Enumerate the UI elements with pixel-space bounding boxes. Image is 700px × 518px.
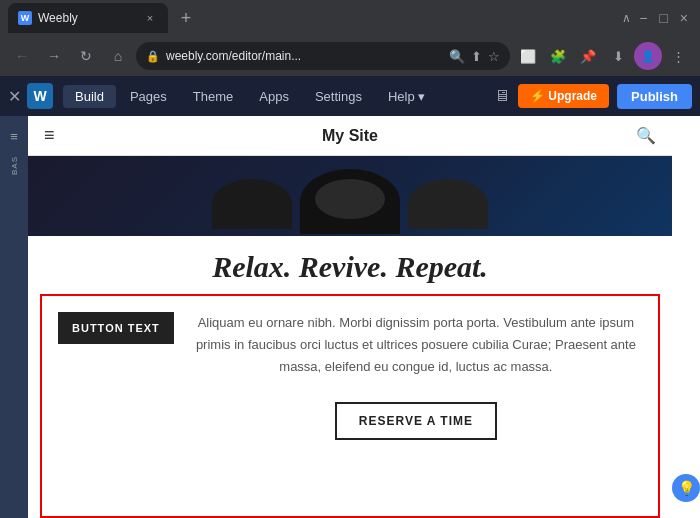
- content-block: BUTTON TEXT Aliquam eu ornare nibh. Morb…: [40, 294, 660, 518]
- home-button[interactable]: ⌂: [104, 42, 132, 70]
- editor-nav-apps[interactable]: Apps: [247, 85, 301, 108]
- new-tab-button[interactable]: +: [172, 4, 200, 32]
- reserve-a-time-button[interactable]: RESERVE A TIME: [335, 402, 497, 440]
- button-text-button[interactable]: BUTTON TEXT: [58, 312, 174, 344]
- publish-button[interactable]: Publish: [617, 84, 692, 109]
- editor-nav-build[interactable]: Build: [63, 85, 116, 108]
- forward-button[interactable]: →: [40, 42, 68, 70]
- close-window-button[interactable]: ×: [676, 10, 692, 26]
- tab-close-button[interactable]: ×: [142, 10, 158, 26]
- tab-bar: W Weebly × + ∧ − □ ×: [0, 0, 700, 36]
- upgrade-button[interactable]: ⚡ Upgrade: [518, 84, 609, 108]
- reserve-area: RESERVE A TIME: [190, 402, 642, 440]
- url-text: weebly.com/editor/main...: [166, 49, 301, 63]
- bowl-center: [300, 169, 400, 234]
- bookmark-icon[interactable]: ☆: [488, 49, 500, 64]
- editor-nav-theme[interactable]: Theme: [181, 85, 245, 108]
- extensions-button[interactable]: ⬜: [514, 42, 542, 70]
- chevron-up-icon: ∧: [622, 11, 631, 25]
- close-editor-icon[interactable]: ✕: [8, 87, 21, 106]
- hero-bowls: [212, 164, 488, 229]
- site-area: ≡ BAS ≡ My Site 🔍 Relax. Re: [0, 116, 700, 518]
- puzzle-icon[interactable]: 🧩: [544, 42, 572, 70]
- bowl-inner: [315, 179, 385, 219]
- device-preview-icon[interactable]: 🖥: [488, 87, 516, 105]
- hero-image: [28, 156, 672, 236]
- download-icon[interactable]: ⬇: [604, 42, 632, 70]
- profile-button[interactable]: 👤: [634, 42, 662, 70]
- left-sidebar: ≡ BAS: [0, 116, 28, 518]
- profile-icon: 👤: [641, 50, 655, 63]
- site-title: My Site: [322, 127, 378, 145]
- bowl-right: [408, 179, 488, 229]
- hamburger-menu-icon[interactable]: ≡: [44, 125, 55, 146]
- help-button[interactable]: 💡: [672, 474, 700, 502]
- site-topbar: ≡ My Site 🔍: [28, 116, 672, 156]
- right-sidebar: 💡: [672, 116, 700, 518]
- tab-favicon: W: [18, 11, 32, 25]
- editor-toolbar: ✕ W Build Pages Theme Apps Settings Help…: [0, 76, 700, 116]
- ssl-lock-icon: 🔒: [146, 50, 160, 63]
- active-tab[interactable]: W Weebly ×: [8, 3, 168, 33]
- editor-nav-settings[interactable]: Settings: [303, 85, 374, 108]
- site-content: ≡ My Site 🔍 Relax. Revive. Repeat. BUTTO…: [28, 116, 672, 518]
- share-icon[interactable]: ⬆: [471, 49, 482, 64]
- minimize-button[interactable]: −: [635, 10, 651, 26]
- nav-bar: ← → ↻ ⌂ 🔒 weebly.com/editor/main... 🔍 ⬆ …: [0, 36, 700, 76]
- site-search-icon[interactable]: 🔍: [636, 126, 656, 145]
- editor-nav-help[interactable]: Help ▾: [376, 85, 437, 108]
- sidebar-bas-label: BAS: [10, 156, 19, 175]
- browser-menu-button[interactable]: ⋮: [664, 42, 692, 70]
- bowl-left: [212, 179, 292, 229]
- lorem-ipsum-text: Aliquam eu ornare nibh. Morbi dignissim …: [190, 312, 642, 378]
- site-tagline: Relax. Revive. Repeat.: [28, 236, 672, 294]
- back-button[interactable]: ←: [8, 42, 36, 70]
- nav-extensions: ⬜ 🧩 📌 ⬇ 👤 ⋮: [514, 42, 692, 70]
- help-icon: 💡: [678, 480, 695, 496]
- address-bar[interactable]: 🔒 weebly.com/editor/main... 🔍 ⬆ ☆: [136, 42, 510, 70]
- weebly-logo[interactable]: W: [27, 83, 53, 109]
- search-icon[interactable]: 🔍: [449, 49, 465, 64]
- sidebar-menu-icon[interactable]: ≡: [2, 124, 26, 148]
- window-controls: ∧ − □ ×: [622, 10, 692, 26]
- maximize-button[interactable]: □: [655, 10, 671, 26]
- editor-nav-pages[interactable]: Pages: [118, 85, 179, 108]
- content-right: Aliquam eu ornare nibh. Morbi dignissim …: [190, 312, 642, 440]
- reload-button[interactable]: ↻: [72, 42, 100, 70]
- address-actions: 🔍 ⬆ ☆: [449, 49, 500, 64]
- pin-icon[interactable]: 📌: [574, 42, 602, 70]
- tab-title: Weebly: [38, 11, 78, 25]
